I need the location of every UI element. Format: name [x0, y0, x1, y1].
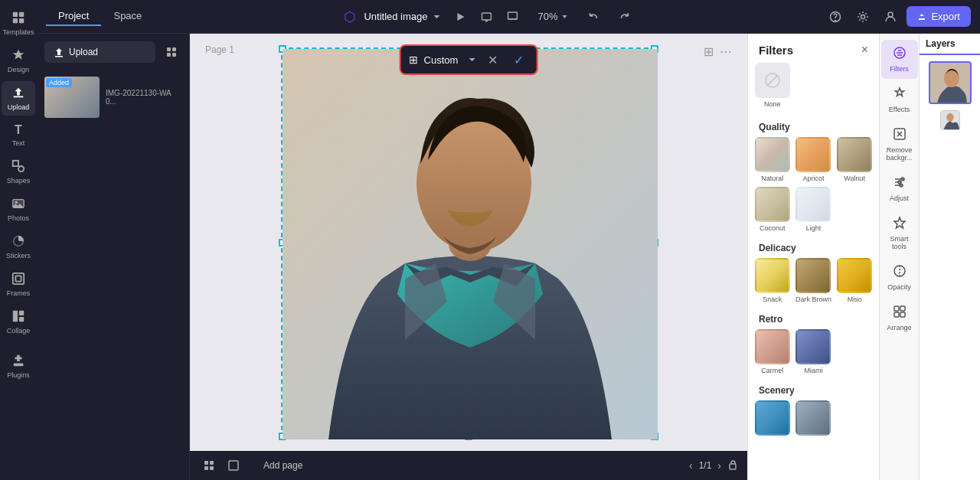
svg-rect-13	[19, 317, 24, 322]
zoom-control[interactable]: 70%	[532, 8, 575, 25]
undo-button[interactable]	[583, 5, 606, 28]
filter-thumb-miso	[837, 258, 872, 293]
tab-space[interactable]: Space	[101, 7, 154, 26]
sidebar-item-photos[interactable]: Photos	[2, 192, 35, 227]
svg-rect-28	[204, 461, 208, 465]
doc-title-text: Untitled image	[364, 11, 427, 22]
share-button[interactable]	[501, 5, 524, 28]
layer-item-main[interactable]	[929, 61, 972, 104]
filter-item-snack[interactable]: Snack	[754, 258, 791, 303]
playback-controls	[449, 5, 524, 28]
right-tool-smart[interactable]: Smart tools	[881, 210, 918, 256]
svg-rect-9	[13, 273, 24, 284]
svg-rect-10	[15, 276, 21, 281]
document-title[interactable]: Untitled image	[364, 11, 441, 22]
sidebar-item-frames[interactable]: Frames	[2, 267, 35, 302]
sidebar-item-plugins[interactable]: Plugins	[2, 349, 35, 384]
svg-point-49	[946, 113, 953, 122]
left-sidebar: Templates Design Upload T Text Shapes Ph…	[0, 0, 37, 480]
right-tool-label: Arrange	[887, 324, 911, 331]
next-page-button[interactable]: ›	[717, 459, 721, 472]
filters-close-button[interactable]: ×	[861, 43, 868, 57]
play-button[interactable]	[449, 5, 472, 28]
right-tool-remove-bg[interactable]: Remove backgr...	[881, 121, 918, 168]
filter-clear-button[interactable]: ✕	[482, 50, 502, 70]
tab-project[interactable]: Project	[46, 7, 101, 26]
asset-item[interactable]: Added IMG-20221130-WA0...	[37, 70, 189, 124]
right-tool-label: Effects	[889, 106, 910, 113]
filter-thumb-coconut	[755, 187, 790, 222]
present-button[interactable]	[475, 5, 498, 28]
photos-icon	[11, 197, 25, 212]
add-page-button[interactable]: Add page	[248, 460, 302, 471]
right-tool-effects[interactable]: Effects	[881, 80, 918, 119]
filter-item-apricot[interactable]: Apricot	[795, 137, 832, 182]
sidebar-item-design[interactable]: Design	[2, 44, 35, 78]
sidebar-item-label: Frames	[7, 289, 31, 297]
settings-button[interactable]	[851, 5, 874, 28]
sidebar-item-upload[interactable]: Upload	[2, 81, 35, 116]
filter-item-miso[interactable]: Miso	[836, 258, 873, 303]
sidebar-item-shapes[interactable]: Shapes	[2, 155, 35, 189]
filter-item-walnut[interactable]: Walnut	[836, 137, 873, 182]
lock-button[interactable]	[727, 459, 738, 472]
smart-tools-icon	[893, 216, 906, 233]
svg-point-8	[15, 201, 18, 204]
right-tool-adjust[interactable]: Adjust	[881, 169, 918, 208]
sidebar-item-label: Shapes	[7, 177, 31, 184]
list-view-button[interactable]	[162, 41, 181, 63]
upload-button[interactable]: Upload	[44, 41, 155, 63]
sidebar-item-collage[interactable]: Collage	[2, 305, 35, 339]
svg-point-41	[894, 266, 905, 276]
canvas-settings-button[interactable]	[199, 457, 219, 474]
help-button[interactable]	[824, 5, 847, 28]
filter-item-darkbrown[interactable]: Dark Brown	[795, 258, 832, 303]
upload-button-label: Upload	[69, 47, 98, 57]
filter-item-light[interactable]: Light	[795, 187, 832, 232]
filter-item-miami[interactable]: Miami	[795, 329, 832, 374]
svg-rect-43	[900, 306, 905, 311]
filter-thumb-none	[755, 63, 790, 98]
canva-logo-icon: ⬡	[344, 8, 356, 25]
filter-grid-scenery	[748, 400, 879, 444]
expand-button[interactable]	[224, 457, 243, 474]
sidebar-item-stickers[interactable]: Stickers	[2, 230, 35, 264]
filter-item-natural[interactable]: Natural	[754, 137, 791, 182]
sidebar-item-text[interactable]: T Text	[2, 119, 35, 152]
layer-item-secondary[interactable]	[940, 110, 960, 130]
delicacy-section-title: Delicacy	[748, 238, 879, 258]
filter-confirm-button[interactable]: ✓	[508, 50, 528, 70]
canvas-image-container[interactable]	[281, 47, 656, 438]
filter-thumb-darkbrown	[795, 258, 831, 293]
svg-point-5	[18, 166, 24, 171]
zoom-level: 70%	[538, 11, 558, 22]
svg-rect-42	[894, 306, 899, 311]
filter-selector[interactable]: ⊞ Custom ✕ ✓	[400, 44, 538, 75]
filter-item-scenery2[interactable]	[795, 400, 832, 438]
svg-rect-14	[14, 364, 24, 367]
right-tool-arrange[interactable]: Arrange	[881, 299, 918, 338]
export-button[interactable]: Export	[906, 6, 971, 27]
redo-button[interactable]	[613, 5, 636, 28]
right-tools-panel: Filters Effects Remove backgr... Adjust	[879, 34, 919, 480]
right-tool-opacity[interactable]: Opacity	[881, 258, 918, 297]
svg-rect-31	[210, 466, 214, 470]
filter-item-none[interactable]: None	[754, 63, 791, 108]
filter-item-label: Miso	[848, 296, 862, 303]
sidebar-item-templates[interactable]: Templates	[2, 6, 35, 41]
right-tool-filters[interactable]: Filters	[881, 40, 918, 79]
layers-title: Layers	[926, 38, 956, 49]
filters-tool-icon	[893, 46, 906, 63]
prev-page-button[interactable]: ‹	[689, 459, 693, 472]
text-icon: T	[15, 123, 22, 137]
filter-item-label: Miami	[804, 367, 822, 374]
account-button[interactable]	[879, 5, 902, 28]
filter-item-carmel[interactable]: Carmel	[754, 329, 791, 374]
quality-section-title: Quality	[748, 117, 879, 137]
svg-point-18	[835, 20, 836, 21]
filter-item-coconut[interactable]: Coconut	[754, 187, 791, 232]
page-count: 1/1	[699, 460, 712, 471]
filter-selector-icon: ⊞	[409, 54, 418, 66]
shapes-icon	[11, 159, 25, 175]
filter-item-scenery1[interactable]	[754, 400, 791, 438]
